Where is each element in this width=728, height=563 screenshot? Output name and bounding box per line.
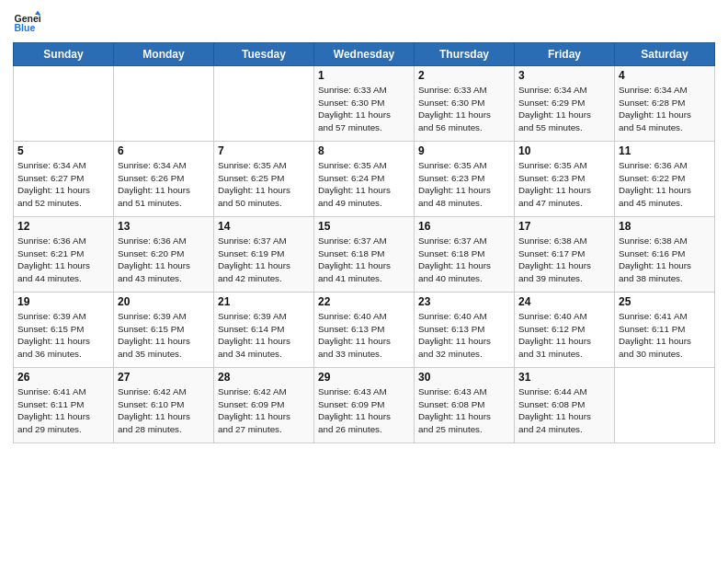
calendar-cell: 23Sunrise: 6:40 AM Sunset: 6:13 PM Dayli… <box>415 293 515 368</box>
day-number: 25 <box>619 295 711 308</box>
calendar-week-row: 19Sunrise: 6:39 AM Sunset: 6:15 PM Dayli… <box>14 293 715 368</box>
calendar-cell: 12Sunrise: 6:36 AM Sunset: 6:21 PM Dayli… <box>14 217 114 293</box>
svg-text:Blue: Blue <box>15 22 36 33</box>
weekday-header: Friday <box>515 43 615 66</box>
day-number: 9 <box>418 144 510 157</box>
day-number: 14 <box>218 220 310 233</box>
day-number: 30 <box>418 371 510 384</box>
day-info: Sunrise: 6:40 AM Sunset: 6:13 PM Dayligh… <box>418 310 510 361</box>
day-number: 18 <box>619 220 711 233</box>
calendar-cell <box>114 66 214 142</box>
day-number: 7 <box>218 144 310 157</box>
day-number: 6 <box>118 144 210 157</box>
calendar-cell: 2Sunrise: 6:33 AM Sunset: 6:30 PM Daylig… <box>415 66 515 142</box>
calendar-cell <box>214 66 314 142</box>
day-info: Sunrise: 6:40 AM Sunset: 6:12 PM Dayligh… <box>518 310 610 361</box>
calendar-cell: 19Sunrise: 6:39 AM Sunset: 6:15 PM Dayli… <box>14 293 114 368</box>
day-info: Sunrise: 6:36 AM Sunset: 6:21 PM Dayligh… <box>17 235 109 285</box>
day-number: 8 <box>318 144 410 157</box>
day-number: 1 <box>318 69 410 82</box>
day-number: 16 <box>418 220 510 233</box>
day-number: 10 <box>518 144 610 157</box>
weekday-header: Monday <box>114 43 214 66</box>
weekday-header: Wednesday <box>314 43 415 66</box>
day-info: Sunrise: 6:44 AM Sunset: 6:08 PM Dayligh… <box>518 385 610 436</box>
day-number: 17 <box>518 220 610 233</box>
calendar-cell: 21Sunrise: 6:39 AM Sunset: 6:14 PM Dayli… <box>214 293 314 368</box>
day-info: Sunrise: 6:43 AM Sunset: 6:09 PM Dayligh… <box>318 385 410 436</box>
weekday-header: Tuesday <box>214 43 314 66</box>
calendar-cell: 22Sunrise: 6:40 AM Sunset: 6:13 PM Dayli… <box>314 293 415 368</box>
day-number: 29 <box>318 371 410 384</box>
day-info: Sunrise: 6:37 AM Sunset: 6:19 PM Dayligh… <box>218 235 310 285</box>
calendar-cell: 16Sunrise: 6:37 AM Sunset: 6:18 PM Dayli… <box>415 217 515 293</box>
calendar-cell: 9Sunrise: 6:35 AM Sunset: 6:23 PM Daylig… <box>415 142 515 217</box>
day-number: 24 <box>518 295 610 308</box>
day-info: Sunrise: 6:37 AM Sunset: 6:18 PM Dayligh… <box>418 235 510 285</box>
calendar-week-row: 26Sunrise: 6:41 AM Sunset: 6:11 PM Dayli… <box>14 368 715 443</box>
day-number: 26 <box>17 371 109 384</box>
calendar-week-row: 5Sunrise: 6:34 AM Sunset: 6:27 PM Daylig… <box>14 142 715 217</box>
calendar-cell: 30Sunrise: 6:43 AM Sunset: 6:08 PM Dayli… <box>415 368 515 443</box>
day-number: 3 <box>518 69 610 82</box>
day-info: Sunrise: 6:35 AM Sunset: 6:23 PM Dayligh… <box>518 159 610 210</box>
day-info: Sunrise: 6:34 AM Sunset: 6:28 PM Dayligh… <box>619 84 711 134</box>
calendar-cell: 24Sunrise: 6:40 AM Sunset: 6:12 PM Dayli… <box>515 293 615 368</box>
day-info: Sunrise: 6:36 AM Sunset: 6:22 PM Dayligh… <box>619 159 711 210</box>
day-number: 20 <box>118 295 210 308</box>
day-number: 13 <box>118 220 210 233</box>
day-number: 28 <box>218 371 310 384</box>
day-info: Sunrise: 6:34 AM Sunset: 6:29 PM Dayligh… <box>518 84 610 134</box>
calendar-header-row: SundayMondayTuesdayWednesdayThursdayFrid… <box>14 43 715 66</box>
weekday-header: Saturday <box>615 43 715 66</box>
calendar-cell: 13Sunrise: 6:36 AM Sunset: 6:20 PM Dayli… <box>114 217 214 293</box>
day-number: 12 <box>17 220 109 233</box>
calendar-cell: 28Sunrise: 6:42 AM Sunset: 6:09 PM Dayli… <box>214 368 314 443</box>
day-info: Sunrise: 6:40 AM Sunset: 6:13 PM Dayligh… <box>318 310 410 361</box>
calendar-cell: 15Sunrise: 6:37 AM Sunset: 6:18 PM Dayli… <box>314 217 415 293</box>
day-info: Sunrise: 6:35 AM Sunset: 6:24 PM Dayligh… <box>318 159 410 210</box>
day-info: Sunrise: 6:37 AM Sunset: 6:18 PM Dayligh… <box>318 235 410 285</box>
calendar-cell: 7Sunrise: 6:35 AM Sunset: 6:25 PM Daylig… <box>214 142 314 217</box>
calendar-cell: 31Sunrise: 6:44 AM Sunset: 6:08 PM Dayli… <box>515 368 615 443</box>
calendar-table: SundayMondayTuesdayWednesdayThursdayFrid… <box>13 42 715 443</box>
calendar-cell: 29Sunrise: 6:43 AM Sunset: 6:09 PM Dayli… <box>314 368 415 443</box>
day-info: Sunrise: 6:33 AM Sunset: 6:30 PM Dayligh… <box>318 84 410 134</box>
day-info: Sunrise: 6:39 AM Sunset: 6:15 PM Dayligh… <box>118 310 210 361</box>
day-info: Sunrise: 6:36 AM Sunset: 6:20 PM Dayligh… <box>118 235 210 285</box>
calendar-cell: 8Sunrise: 6:35 AM Sunset: 6:24 PM Daylig… <box>314 142 415 217</box>
calendar-cell <box>615 368 715 443</box>
calendar-cell: 27Sunrise: 6:42 AM Sunset: 6:10 PM Dayli… <box>114 368 214 443</box>
day-info: Sunrise: 6:41 AM Sunset: 6:11 PM Dayligh… <box>17 385 109 436</box>
day-info: Sunrise: 6:38 AM Sunset: 6:16 PM Dayligh… <box>619 235 711 285</box>
day-info: Sunrise: 6:34 AM Sunset: 6:26 PM Dayligh… <box>118 159 210 210</box>
logo: General Blue <box>13 9 40 37</box>
day-number: 15 <box>318 220 410 233</box>
day-number: 4 <box>619 69 711 82</box>
calendar-week-row: 1Sunrise: 6:33 AM Sunset: 6:30 PM Daylig… <box>14 66 715 142</box>
day-number: 11 <box>619 144 711 157</box>
calendar-cell: 25Sunrise: 6:41 AM Sunset: 6:11 PM Dayli… <box>615 293 715 368</box>
day-number: 23 <box>418 295 510 308</box>
day-info: Sunrise: 6:42 AM Sunset: 6:09 PM Dayligh… <box>218 385 310 436</box>
day-number: 31 <box>518 371 610 384</box>
weekday-header: Sunday <box>14 43 114 66</box>
page-header: General Blue <box>13 9 715 37</box>
calendar-cell: 10Sunrise: 6:35 AM Sunset: 6:23 PM Dayli… <box>515 142 615 217</box>
day-number: 19 <box>17 295 109 308</box>
calendar-cell: 5Sunrise: 6:34 AM Sunset: 6:27 PM Daylig… <box>14 142 114 217</box>
day-info: Sunrise: 6:38 AM Sunset: 6:17 PM Dayligh… <box>518 235 610 285</box>
calendar-week-row: 12Sunrise: 6:36 AM Sunset: 6:21 PM Dayli… <box>14 217 715 293</box>
calendar-cell <box>14 66 114 142</box>
calendar-cell: 3Sunrise: 6:34 AM Sunset: 6:29 PM Daylig… <box>515 66 615 142</box>
day-number: 5 <box>17 144 109 157</box>
day-info: Sunrise: 6:42 AM Sunset: 6:10 PM Dayligh… <box>118 385 210 436</box>
day-info: Sunrise: 6:33 AM Sunset: 6:30 PM Dayligh… <box>418 84 510 134</box>
logo-icon: General Blue <box>13 9 40 37</box>
day-number: 2 <box>418 69 510 82</box>
day-number: 22 <box>318 295 410 308</box>
day-info: Sunrise: 6:34 AM Sunset: 6:27 PM Dayligh… <box>17 159 109 210</box>
day-info: Sunrise: 6:41 AM Sunset: 6:11 PM Dayligh… <box>619 310 711 361</box>
calendar-cell: 6Sunrise: 6:34 AM Sunset: 6:26 PM Daylig… <box>114 142 214 217</box>
day-number: 21 <box>218 295 310 308</box>
